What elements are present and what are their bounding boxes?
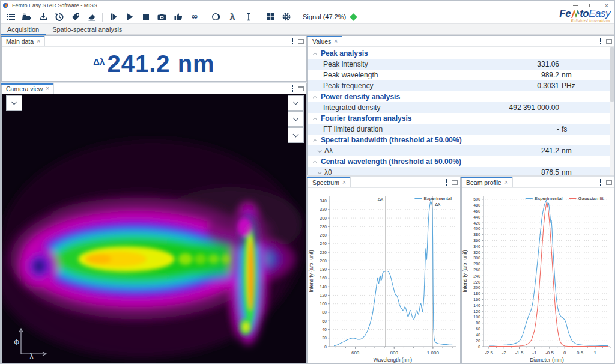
panel-menu-icon[interactable] [599,178,603,187]
tab-camera-view[interactable]: Camera view × [2,83,54,94]
row-value: 492 391 000.00 [439,103,559,112]
svg-text:300: 300 [320,216,327,220]
row-label: Integrated density [323,103,380,112]
chevron-up-icon [313,117,317,121]
svg-text:-1: -1 [532,350,537,356]
svg-text:160: 160 [320,276,327,280]
tab-beam-profile[interactable]: Beam profile × [462,177,513,187]
stop-icon[interactable] [138,11,154,23]
svg-text:100: 100 [320,302,327,306]
panel-menu-icon[interactable] [444,178,449,187]
camera-right-dropdown-2[interactable] [288,111,304,127]
panel-spectrum: Spectrum × 02040608010012014016018020022… [308,177,461,364]
toolbar-separator [297,13,297,22]
svg-text:140: 140 [473,303,480,308]
values-section-header[interactable]: Spectral bandwidth (threshold at 50.00%) [308,135,610,145]
axis-phi-label: Φ [14,338,19,347]
tag-icon[interactable] [67,11,83,23]
panel-float-icon[interactable] [606,180,612,185]
list-icon[interactable] [2,11,19,23]
camera-axes-indicator: Φ λ [11,325,50,360]
lambda-icon[interactable]: λ [224,11,240,23]
camera-right-dropdown-3[interactable] [288,127,304,143]
svg-text:500: 500 [473,197,480,201]
svg-text:340: 340 [320,199,327,203]
panel-menu-icon[interactable] [291,84,295,93]
panel-float-icon[interactable] [298,86,304,91]
svg-text:-2.5: -2.5 [485,350,493,356]
svg-text:20: 20 [322,336,327,340]
svg-text:220: 220 [320,250,327,255]
camera-right-dropdown-1[interactable] [288,95,304,111]
logo-m-icon [571,10,580,19]
history-icon[interactable] [51,11,67,23]
camera-icon[interactable] [154,11,170,23]
panel-beam-profile: Beam profile × 0204060801001201401601802… [461,177,615,364]
svg-text:1: 1 [594,350,597,356]
contrast-icon[interactable] [208,11,224,23]
values-section-header[interactable]: Central wavelength (threshold at 50.00%) [308,156,610,167]
chevron-down-icon [318,170,322,174]
logo-tagline: Enlighted Innovations [550,19,610,23]
svg-text:440: 440 [473,215,480,219]
tab-values[interactable]: Values × [308,36,342,46]
svg-text:80: 80 [476,321,480,325]
open-folder-icon[interactable] [19,11,35,23]
main-data-display: Δλ 241.2 nm [2,47,306,81]
tab-spatio-spectral[interactable]: Spatio-spectral analysis [46,24,129,34]
values-row: Peak frequency0.3031PHz [308,80,610,91]
values-section-header[interactable]: Power density analysis [308,91,610,102]
svg-text:380: 380 [473,232,480,237]
step-forward-icon[interactable] [105,11,121,23]
infinity-icon[interactable]: ∞ [186,11,202,23]
svg-text:420: 420 [473,221,480,225]
gear-icon[interactable] [278,11,294,23]
panel-menu-icon[interactable] [291,37,295,46]
row-unit: nm [559,147,610,155]
camera-left-dropdown[interactable] [6,95,22,111]
values-section-header[interactable]: Peak analysis [308,48,610,59]
close-icon[interactable]: × [504,180,508,186]
svg-text:60: 60 [322,319,327,323]
close-icon[interactable]: × [342,180,346,186]
svg-text:40: 40 [476,333,480,337]
values-section-header[interactable]: Fourier transform analysis [308,113,610,124]
svg-text:λ: λ [229,12,234,22]
values-scrollbar[interactable] [610,47,614,175]
panel-float-icon[interactable] [452,180,458,185]
play-icon[interactable] [121,11,138,23]
ibeam-icon[interactable] [240,11,256,23]
beam-profile-chart[interactable]: 0204060801001201401601802002202402602803… [462,188,614,363]
eraser-icon[interactable] [83,11,100,23]
tab-spectrum[interactable]: Spectrum × [308,177,351,187]
grid-icon[interactable] [262,11,278,23]
signal-status-icon [350,13,357,21]
chevron-down-icon [318,148,322,153]
svg-text:480: 480 [473,203,480,207]
svg-text:240: 240 [473,274,480,278]
app-icon [3,2,9,8]
beam_profile-plot: 0204060801001201401601802002202402602803… [462,188,614,363]
svg-text:∞: ∞ [191,12,198,21]
panel-float-icon[interactable] [298,39,304,44]
close-icon[interactable]: × [46,86,49,92]
spectrum-chart[interactable]: 0204060801001201401601802002202402602803… [308,188,460,363]
row-label: Peak wavelength [323,71,378,79]
save-icon[interactable] [35,11,51,23]
tab-main-data[interactable]: Main data × [2,36,45,46]
camera-image[interactable]: Φ λ [2,94,306,363]
chevron-down-icon [11,99,17,105]
tab-acquisition[interactable]: Acquisition [1,24,46,34]
chevron-down-icon [293,99,299,105]
svg-text:180: 180 [320,267,327,271]
row-label: λ0 [324,168,332,175]
svg-text:1 000: 1 000 [427,350,440,356]
panel-menu-icon[interactable] [599,37,603,46]
close-icon[interactable]: × [334,38,338,44]
close-icon[interactable]: × [37,38,40,44]
values-row: Peak wavelength989.2nm [308,70,610,80]
panel-float-icon[interactable] [606,39,612,44]
logo-text: Easy [589,8,610,19]
svg-text:Wavelength (nm): Wavelength (nm) [374,357,413,363]
thumbs-up-icon[interactable] [170,11,186,23]
